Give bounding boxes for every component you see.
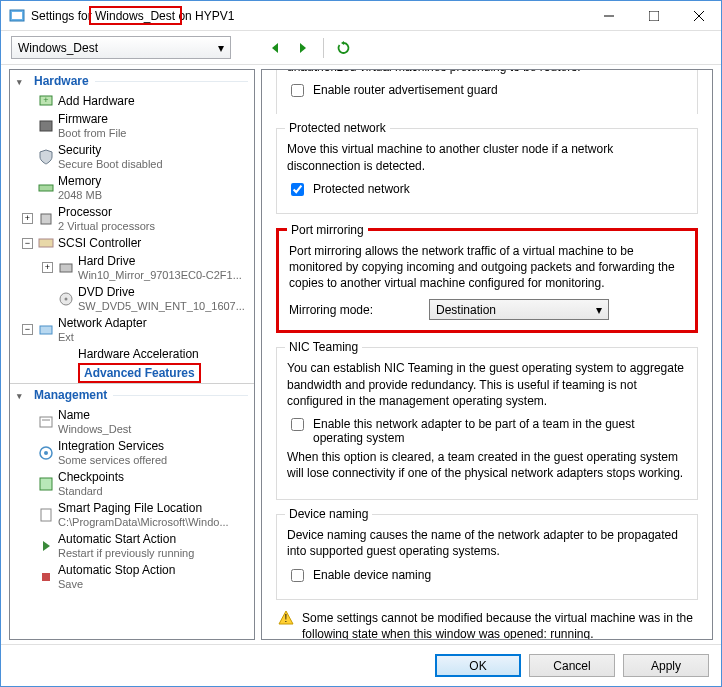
protected-legend: Protected network [285, 121, 390, 135]
tree-processor[interactable]: + Processor2 Virtual processors [10, 203, 254, 234]
protected-network-group: Protected network Move this virtual mach… [276, 128, 698, 213]
protected-network-label: Protected network [313, 182, 410, 196]
svg-rect-24 [41, 509, 51, 521]
svg-rect-12 [39, 185, 53, 191]
app-icon [9, 8, 25, 24]
warning-icon: ! [278, 610, 294, 626]
svg-rect-1 [12, 12, 22, 19]
nic-teaming-checkbox[interactable] [291, 418, 304, 431]
tree-hard-drive[interactable]: + Hard DriveWin10_Mirror_97013EC0-C2F1..… [10, 252, 254, 283]
svg-rect-23 [40, 478, 52, 490]
network-icon [38, 322, 54, 338]
svg-marker-7 [300, 43, 306, 53]
svg-marker-8 [341, 41, 344, 45]
nic-text: You can establish NIC Teaming in the gue… [287, 360, 687, 409]
tree-security[interactable]: SecuritySecure Boot disabled [10, 141, 254, 172]
toolbar: Windows_Dest ▾ [1, 31, 721, 65]
tree-hardware-acceleration[interactable]: Hardware Acceleration [10, 345, 254, 363]
chevron-down-icon: ▾ [596, 303, 602, 317]
svg-rect-26 [42, 573, 50, 581]
minimize-button[interactable] [586, 1, 631, 30]
tree-auto-start[interactable]: Automatic Start ActionRestart if previou… [10, 530, 254, 561]
device-naming-group: Device naming Device naming causes the n… [276, 514, 698, 599]
tree-checkpoints[interactable]: CheckpointsStandard [10, 468, 254, 499]
body: ▾ Hardware + Add Hardware FirmwareBoot f… [1, 65, 721, 644]
tree-network-adapter[interactable]: − Network AdapterExt [10, 314, 254, 345]
router-guard-group: Router guard drops router advertisement … [276, 69, 698, 114]
svg-marker-25 [43, 541, 50, 551]
scsi-icon [38, 235, 54, 251]
cancel-button[interactable]: Cancel [529, 654, 615, 677]
tree-integration-services[interactable]: Integration ServicesSome services offere… [10, 437, 254, 468]
svg-rect-13 [41, 214, 51, 224]
dialog-footer: OK Cancel Apply [1, 644, 721, 686]
integration-icon [38, 445, 54, 461]
tree-advanced-features[interactable]: Advanced Features [10, 363, 254, 383]
router-guard-checkbox[interactable] [291, 84, 304, 97]
shield-icon [38, 149, 54, 165]
device-naming-label: Enable device naming [313, 568, 431, 582]
collapse-icon[interactable]: − [22, 238, 33, 249]
expand-icon[interactable]: + [42, 262, 53, 273]
mirror-mode-value: Destination [436, 303, 496, 317]
nic-teaming-group: NIC Teaming You can establish NIC Teamin… [276, 347, 698, 500]
auto-start-icon [38, 538, 54, 554]
svg-rect-3 [649, 11, 659, 21]
titlebar: Settings for Windows_Dest on HYPV1 [1, 1, 721, 31]
svg-rect-15 [60, 264, 72, 272]
protected-network-checkbox[interactable] [291, 183, 304, 196]
management-category[interactable]: ▾ Management [10, 383, 254, 406]
svg-text:!: ! [285, 613, 288, 624]
hard-drive-icon [58, 260, 74, 276]
devname-legend: Device naming [285, 507, 372, 521]
ok-button[interactable]: OK [435, 654, 521, 677]
tree-name[interactable]: NameWindows_Dest [10, 406, 254, 437]
memory-icon [38, 180, 54, 196]
chevron-down-icon: ▾ [218, 41, 224, 55]
nav-back-button[interactable] [265, 38, 285, 58]
content-pane[interactable]: Router guard drops router advertisement … [261, 69, 713, 640]
apply-button[interactable]: Apply [623, 654, 709, 677]
expand-icon[interactable]: + [22, 213, 33, 224]
tree-smart-paging[interactable]: Smart Paging File LocationC:\ProgramData… [10, 499, 254, 530]
device-naming-checkbox[interactable] [291, 569, 304, 582]
nav-forward-button[interactable] [293, 38, 313, 58]
refresh-button[interactable] [334, 38, 354, 58]
mirror-legend: Port mirroring [287, 223, 368, 237]
processor-icon [38, 211, 54, 227]
mirror-mode-label: Mirroring mode: [289, 303, 419, 317]
mirror-mode-dropdown[interactable]: Destination ▾ [429, 299, 609, 320]
collapse-icon[interactable]: ▾ [12, 75, 26, 89]
router-guard-text: Router guard drops router advertisement … [287, 69, 687, 75]
nic-teaming-label: Enable this network adapter to be part o… [313, 417, 687, 445]
tree-auto-stop[interactable]: Automatic Stop ActionSave [10, 561, 254, 592]
tree-dvd-drive[interactable]: DVD DriveSW_DVD5_WIN_ENT_10_1607... [10, 283, 254, 314]
settings-tree[interactable]: ▾ Hardware + Add Hardware FirmwareBoot f… [9, 69, 255, 640]
protected-text: Move this virtual machine to another clu… [287, 141, 687, 173]
add-hardware-icon: + [38, 93, 54, 109]
mirror-text: Port mirroring allows the network traffi… [289, 243, 685, 292]
tree-firmware[interactable]: FirmwareBoot from File [10, 110, 254, 141]
nic-text2: When this option is cleared, a team crea… [287, 449, 687, 481]
vm-selector-value: Windows_Dest [18, 41, 98, 55]
vm-selector-dropdown[interactable]: Windows_Dest ▾ [11, 36, 231, 59]
paging-icon [38, 507, 54, 523]
tree-add-hardware[interactable]: + Add Hardware [10, 92, 254, 110]
router-guard-label: Enable router advertisement guard [313, 83, 498, 97]
tree-memory[interactable]: Memory2048 MB [10, 172, 254, 203]
tree-scsi-controller[interactable]: − SCSI Controller [10, 234, 254, 252]
settings-window: Settings for Windows_Dest on HYPV1 Windo… [0, 0, 722, 687]
firmware-icon [38, 118, 54, 134]
svg-rect-19 [40, 417, 52, 427]
maximize-button[interactable] [631, 1, 676, 30]
svg-rect-11 [40, 121, 52, 131]
close-button[interactable] [676, 1, 721, 30]
collapse-icon[interactable]: ▾ [12, 389, 26, 403]
collapse-icon[interactable]: − [22, 324, 33, 335]
svg-marker-6 [272, 43, 278, 53]
svg-point-17 [65, 297, 68, 300]
hardware-category[interactable]: ▾ Hardware [10, 70, 254, 92]
svg-text:+: + [43, 95, 48, 105]
nic-legend: NIC Teaming [285, 340, 362, 354]
port-mirroring-group: Port mirroring Port mirroring allows the… [276, 228, 698, 334]
